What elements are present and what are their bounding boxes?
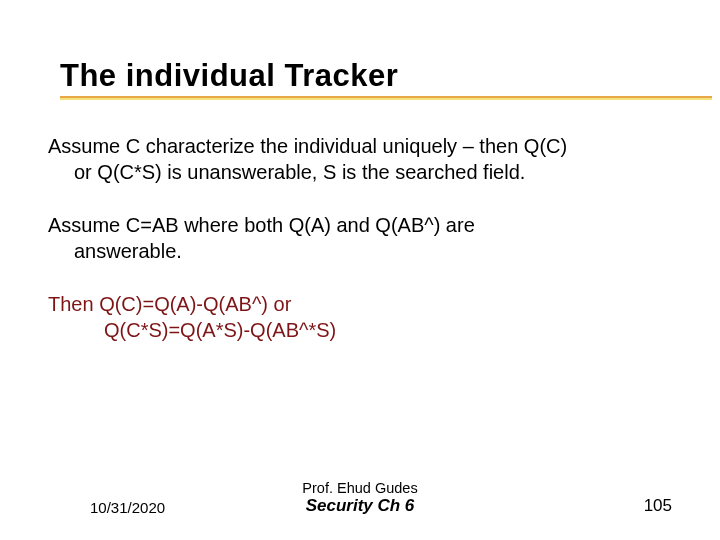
slide-footer: 10/31/2020 Prof. Ehud Gudes Security Ch … [0,496,720,516]
p2-line2: answerable. [48,239,672,265]
slide: The individual Tracker Assume C characte… [0,0,720,540]
underline-yellow [60,98,712,100]
slide-body: Assume C characterize the individual uni… [48,134,672,344]
title-underline [60,96,712,100]
p3-line1: Then Q(C)=Q(A)-Q(AB^) or [48,293,291,315]
p3-line2: Q(C*S)=Q(A*S)-Q(AB^*S) [48,318,672,344]
paragraph-1: Assume C characterize the individual uni… [48,134,672,185]
footer-center: Prof. Ehud Gudes Security Ch 6 [302,480,417,516]
p1-line2: or Q(C*S) is unanswerable, S is the sear… [48,160,672,186]
paragraph-2: Assume C=AB where both Q(A) and Q(AB^) a… [48,213,672,264]
p1-line1: Assume C characterize the individual uni… [48,135,567,157]
footer-course: Security Ch 6 [302,496,417,516]
footer-page: 105 [644,496,672,516]
footer-date: 10/31/2020 [90,499,165,516]
footer-prof: Prof. Ehud Gudes [302,480,417,496]
title-block: The individual Tracker [60,58,672,100]
slide-title: The individual Tracker [60,58,672,100]
p2-line1: Assume C=AB where both Q(A) and Q(AB^) a… [48,214,475,236]
paragraph-3: Then Q(C)=Q(A)-Q(AB^) or Q(C*S)=Q(A*S)-Q… [48,292,672,343]
